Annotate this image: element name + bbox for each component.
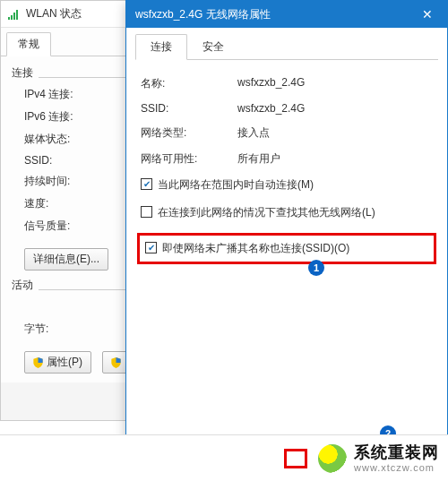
prop-name-value: wsfxzxb_2.4G [237, 76, 305, 91]
details-button-label: 详细信息(E)... [33, 252, 99, 267]
close-icon: ✕ [422, 7, 433, 21]
checkbox-autoconnect[interactable] [141, 178, 152, 190]
prop-ssid-value: wsfxzxb_2.4G [237, 102, 305, 115]
wlan-status-title: WLAN 状态 [26, 6, 82, 21]
wireless-properties-tabs: 连接 安全 [135, 33, 438, 60]
checkbox-hiddenssid[interactable] [145, 242, 157, 253]
tab-security[interactable]: 安全 [187, 34, 239, 60]
checkbox-lookother-row[interactable]: 在连接到此网络的情况下查找其他无线网络(L) [141, 205, 433, 220]
checkbox-autoconnect-label: 当此网络在范围内时自动连接(M) [158, 177, 314, 193]
prop-name: 名称: wsfxzxb_2.4G [141, 76, 433, 91]
label-ipv6: IPv6 连接: [24, 109, 92, 125]
label-ipv4: IPv4 连接: [24, 87, 92, 102]
tab-general[interactable]: 常规 [6, 32, 51, 56]
prop-availability: 网络可用性: 所有用户 [141, 151, 433, 167]
wireless-properties-body: 连接 安全 名称: wsfxzxb_2.4G SSID: wsfxzxb_2.4… [126, 28, 447, 279]
prop-nettype-value: 接入点 [237, 125, 270, 141]
prop-ssid-label: SSID: [141, 102, 237, 115]
prop-nettype-label: 网络类型: [141, 125, 237, 141]
label-ssid: SSID: [24, 154, 92, 167]
prop-availability-label: 网络可用性: [141, 151, 237, 167]
highlight-box: 即使网络未广播其名称也连接(SSID)(O) [137, 233, 436, 264]
label-media: 媒体状态: [24, 132, 92, 147]
watermark-bar: 系统重装网 www.xtczw.com [0, 434, 448, 481]
details-button[interactable]: 详细信息(E)... [24, 248, 108, 271]
shield-icon [111, 357, 121, 368]
prop-availability-value: 所有用户 [237, 151, 280, 167]
prop-nettype: 网络类型: 接入点 [141, 125, 433, 141]
label-duration: 持续时间: [24, 174, 92, 189]
properties-button[interactable]: 属性(P) [24, 351, 91, 374]
wifi-signal-icon [8, 9, 21, 20]
checkbox-hiddenssid-label: 即使网络未广播其名称也连接(SSID)(O) [162, 241, 349, 256]
label-bytes: 字节: [24, 322, 92, 337]
prop-ssid: SSID: wsfxzxb_2.4G [141, 102, 433, 115]
checkbox-autoconnect-row[interactable]: 当此网络在范围内时自动连接(M) [141, 177, 433, 193]
checkbox-hiddenssid-row[interactable]: 即使网络未广播其名称也连接(SSID)(O) [145, 241, 428, 256]
watermark-red-box [284, 449, 307, 468]
properties-button-label: 属性(P) [47, 355, 82, 370]
watermark-main: 系统重装网 [354, 443, 439, 462]
checkbox-lookother[interactable] [141, 206, 152, 218]
tab-connection[interactable]: 连接 [135, 34, 187, 60]
wireless-properties-window: wsfxzxb_2.4G 无线网络属性 ✕ 连接 安全 名称: wsfxzxb_… [125, 0, 448, 473]
wireless-properties-titlebar: wsfxzxb_2.4G 无线网络属性 ✕ [126, 1, 447, 28]
watermark-sub: www.xtczw.com [354, 462, 439, 474]
checkbox-lookother-label: 在连接到此网络的情况下查找其他无线网络(L) [158, 205, 375, 220]
label-signal: 信号质量: [24, 219, 92, 234]
watermark-logo-icon [318, 444, 347, 473]
wireless-properties-title: wsfxzxb_2.4G 无线网络属性 [135, 7, 271, 22]
watermark-text: 系统重装网 www.xtczw.com [354, 443, 439, 473]
label-speed: 速度: [24, 196, 92, 211]
close-button[interactable]: ✕ [408, 1, 447, 28]
annotation-badge-1: 1 [308, 260, 324, 276]
prop-name-label: 名称: [141, 76, 237, 91]
shield-icon [33, 357, 43, 368]
